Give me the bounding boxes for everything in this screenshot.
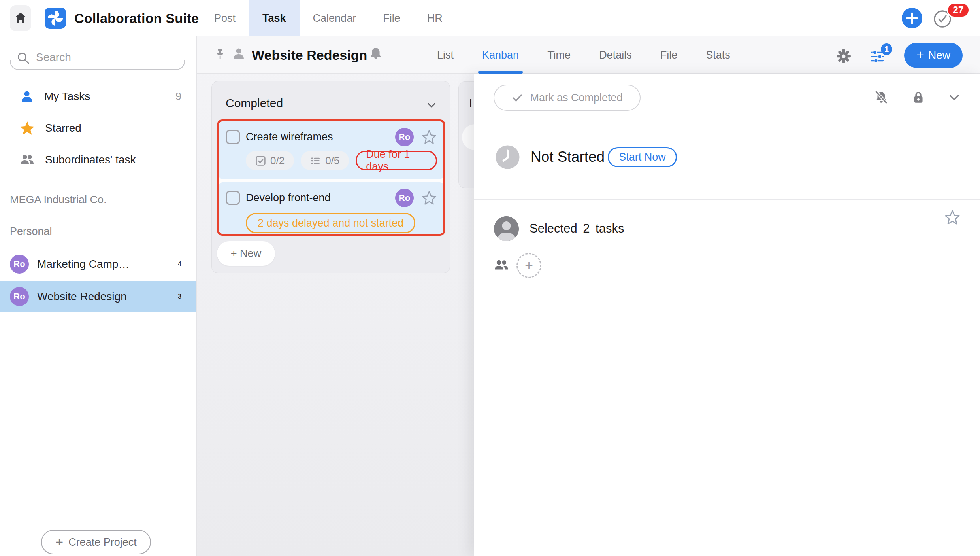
main-area: Website Redesign List Kanban Time Detail… [197,36,980,556]
status-row: Not Started Start Now [496,145,677,169]
project-title: Website Redesign [252,36,367,74]
create-project-button[interactable]: + Create Project [41,530,151,554]
subtask-progress-pill: 0/2 [246,151,294,170]
search-icon [16,51,30,65]
people-icon [20,152,35,167]
assignee-avatar[interactable]: Ro [395,189,414,207]
app-title: Collaboration Suite [74,0,199,36]
task-detail-panel: Mark as Completed Not Starte [474,74,980,556]
collapse-panel-chevron-icon[interactable] [947,93,961,104]
avatar: Ro [10,255,29,274]
sidebar-item-my-tasks[interactable]: My Tasks 9 [0,85,196,108]
plus-icon: + [916,47,924,62]
project-label: Marketing Camp… [37,258,178,270]
task-count: 9 [175,91,181,103]
plus-icon [902,8,922,28]
personal-group-label: Personal [10,225,52,238]
panel-divider [474,121,980,121]
tab-list[interactable]: List [423,36,468,74]
column-title: I [469,96,472,110]
column-title: Completed [226,96,283,110]
nav-calendar[interactable]: Calendar [300,0,370,36]
star-outline-icon[interactable] [944,209,961,226]
nav-post[interactable]: Post [201,0,249,36]
check-icon [511,92,523,104]
default-avatar [494,216,519,241]
search-box [10,45,185,70]
nav-file[interactable]: File [369,0,414,36]
checklist-progress-pill: 0/5 [301,151,349,170]
tab-stats[interactable]: Stats [692,36,744,74]
sidebar-item-starred[interactable]: Starred [0,116,196,140]
mark-as-completed-button[interactable]: Mark as Completed [494,85,641,111]
global-add-button[interactable] [902,8,922,28]
pin-icon[interactable] [214,47,226,62]
start-now-button[interactable]: Start Now [608,147,677,167]
sidebar: My Tasks 9 Starred Subordinates' task ME… [0,36,197,556]
plus-icon: + [55,535,63,548]
nav-task[interactable]: Task [249,0,300,36]
app-root: Collaboration Suite Post Task Calendar F… [0,0,980,556]
tab-time[interactable]: Time [533,36,585,74]
settings-gear-icon[interactable] [836,48,852,66]
sidebar-item-subordinates-task[interactable]: Subordinates' task [0,148,196,172]
panel-divider [474,199,980,200]
home-button[interactable] [10,5,31,31]
filter-badge: 1 [881,43,892,55]
task-title: Develop front-end [246,192,389,204]
bell-icon[interactable] [369,47,383,62]
task-card-develop-front-end[interactable]: Develop front-end Ro 2 days delayed and … [219,182,443,234]
task-count: 3 [178,293,181,300]
task-title: Create wireframes [246,131,389,143]
home-icon [13,11,28,25]
star-outline-icon[interactable] [421,190,437,206]
sidebar-project-website-redesign[interactable]: Ro Website Redesign 3 [0,281,196,312]
clock-status-icon [496,145,520,169]
view-tabs: List Kanban Time Details File Stats [423,36,744,74]
top-bar: Collaboration Suite Post Task Calendar F… [0,0,980,36]
column-new-task-button[interactable]: + New [217,241,275,266]
task-checkbox[interactable] [226,191,240,205]
search-input[interactable] [36,47,181,68]
tab-file[interactable]: File [646,36,692,74]
column-collapse-chevron-icon[interactable] [425,99,438,113]
status-label: Not Started [531,149,605,165]
add-member-button[interactable]: + [516,253,541,278]
top-nav: Post Task Calendar File HR [201,0,456,36]
due-date-badge: Due for 1 days [356,151,437,170]
project-label: Website Redesign [37,290,178,303]
list-icon [310,155,321,166]
nav-hr[interactable]: HR [414,0,456,36]
kanban-column-completed: Completed Create wireframes Ro [211,81,450,273]
task-card-create-wireframes[interactable]: Create wireframes Ro 0/2 0/5 [219,121,443,179]
create-project-label: Create Project [68,536,137,548]
app-logo-icon [45,8,66,29]
sidebar-item-label: Subordinates' task [45,153,181,166]
tab-details[interactable]: Details [585,36,646,74]
avatar: Ro [10,287,29,306]
sidebar-project-marketing[interactable]: Ro Marketing Camp… 4 [0,248,196,280]
mark-as-completed-label: Mark as Completed [530,92,622,104]
sidebar-item-label: My Tasks [44,90,175,103]
star-outline-icon[interactable] [421,129,437,145]
task-count: 4 [178,261,181,268]
selection-summary-row: Selected 2 tasks [494,216,624,241]
new-button-label: New [928,49,950,62]
selection-summary-text: Selected 2 tasks [530,221,624,236]
selected-cards-group: Create wireframes Ro 0/2 0/5 [217,119,445,236]
owner-icon[interactable] [232,47,246,62]
delay-status-badge: 2 days delayed and not started [246,213,415,233]
new-task-button[interactable]: + New [904,43,963,68]
lock-icon[interactable] [911,90,926,105]
sidebar-item-label: Starred [45,122,181,134]
members-icon [494,257,509,273]
mute-notifications-icon[interactable] [874,90,889,105]
tab-kanban[interactable]: Kanban [468,36,533,74]
check-square-icon [255,155,266,166]
star-icon [20,121,35,136]
sidebar-divider [0,180,196,180]
assignee-avatar[interactable]: Ro [395,128,414,146]
notification-badge: 27 [947,2,970,18]
task-checkbox[interactable] [226,130,240,144]
org-group-label: MEGA Industrial Co. [10,194,107,206]
